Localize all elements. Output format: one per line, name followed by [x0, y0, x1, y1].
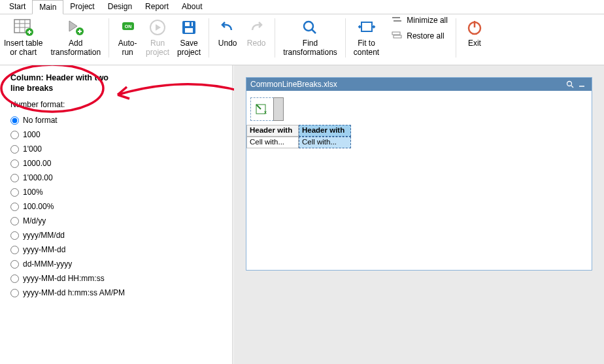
number-format-option[interactable]: 1'000.00 — [10, 171, 222, 185]
svg-line-25 — [571, 86, 573, 88]
number-format-option[interactable]: 1'000 — [10, 142, 222, 156]
save-project-button[interactable]: Save project — [173, 14, 205, 65]
number-format-option[interactable]: 1000.00 — [10, 156, 222, 171]
grid-cell[interactable]: Cell with... — [246, 137, 299, 148]
ribbon-separator — [345, 18, 346, 58]
fit-to-content-button[interactable]: Fit to content — [350, 14, 383, 65]
insert-table-label: Insert table or chart — [4, 39, 42, 58]
restore-icon — [391, 31, 403, 41]
menu-start[interactable]: Start — [3, 0, 32, 14]
auto-run-label: Auto- run — [118, 39, 137, 58]
insert-table-button[interactable]: Insert table or chart — [0, 14, 46, 65]
ribbon-separator — [109, 18, 109, 58]
grid-header-cell[interactable]: Header with — [299, 125, 351, 137]
data-grid: Header with Header with Cell with... Cel… — [246, 125, 592, 148]
number-format-option[interactable]: yyyy-MM-dd HH:mm:ss — [10, 271, 222, 286]
document-search-icon[interactable] — [564, 78, 576, 90]
run-project-label: Run project — [146, 39, 169, 58]
radio-input[interactable] — [10, 246, 19, 254]
grid-cell[interactable]: Cell with... — [299, 137, 351, 148]
radio-label: 100% — [23, 188, 43, 197]
radio-label: yyyy-MM-dd h:mm:ss AM/PM — [23, 288, 125, 297]
exit-button[interactable]: Exit — [460, 14, 489, 65]
radio-input[interactable] — [10, 116, 19, 125]
radio-input[interactable] — [10, 159, 19, 168]
workspace: CommonLineBreaks.xlsx x — [234, 65, 604, 364]
radio-input[interactable] — [10, 289, 19, 297]
find-transformations-button[interactable]: Find transformations — [279, 14, 341, 65]
redo-icon — [246, 17, 267, 38]
undo-button[interactable]: Undo — [213, 14, 242, 65]
restore-all-label: Restore all — [407, 31, 444, 41]
number-format-option[interactable]: 1000 — [10, 127, 222, 142]
redo-button[interactable]: Redo — [242, 14, 271, 65]
radio-input[interactable] — [10, 145, 19, 154]
document-minimize-icon[interactable] — [576, 78, 588, 90]
add-transformation-button[interactable]: Add transformation — [46, 14, 105, 65]
menu-project[interactable]: Project — [63, 0, 101, 14]
ribbon-separator — [209, 18, 209, 58]
number-format-option[interactable]: yyyy/MM/dd — [10, 228, 222, 242]
save-icon — [178, 17, 199, 38]
number-format-option[interactable]: M/d/yy — [10, 214, 222, 228]
svg-rect-16 — [361, 22, 372, 31]
radio-label: dd-MMM-yyyy — [23, 259, 72, 269]
sheet-thumb[interactable]: x — [250, 97, 274, 121]
number-format-option[interactable]: dd-MMM-yyyy — [10, 257, 222, 271]
menu-design[interactable]: Design — [101, 0, 139, 14]
radio-input[interactable] — [10, 203, 19, 211]
svg-rect-11 — [185, 22, 193, 26]
ribbon-separator — [275, 18, 275, 58]
number-format-options: No format10001'0001000.001'000.00100%100… — [10, 113, 222, 300]
menu-main[interactable]: Main — [32, 0, 63, 14]
radio-input[interactable] — [10, 274, 19, 283]
sheet-thumb-selected[interactable] — [273, 97, 284, 121]
radio-label: yyyy-MM-dd HH:mm:ss — [23, 274, 105, 283]
radio-label: 1'000 — [23, 144, 42, 154]
menu-report[interactable]: Report — [139, 0, 175, 14]
radio-input[interactable] — [10, 131, 19, 139]
radio-input[interactable] — [10, 260, 19, 269]
number-format-option[interactable]: 100.00% — [10, 199, 222, 214]
column-title: Column: Header with two line breaks — [10, 73, 109, 93]
radio-label: 1'000.00 — [23, 173, 53, 182]
number-format-option[interactable]: 100% — [10, 185, 222, 199]
play-icon — [147, 17, 168, 38]
number-format-option[interactable]: No format — [10, 113, 222, 127]
minimize-all-button[interactable]: Minimize all — [387, 14, 452, 26]
minimize-all-label: Minimize all — [407, 16, 448, 25]
document-title: CommonLineBreaks.xlsx — [250, 80, 337, 89]
power-icon — [464, 17, 485, 38]
run-project-button[interactable]: Run project — [142, 14, 173, 65]
ribbon: Insert table or chart Add transformation… — [0, 14, 604, 65]
auto-run-button[interactable]: ON Auto- run — [113, 14, 142, 65]
svg-rect-20 — [394, 35, 401, 38]
radio-label: yyyy/MM/dd — [23, 231, 65, 240]
auto-run-icon: ON — [117, 17, 138, 38]
fit-to-content-label: Fit to content — [354, 39, 379, 58]
radio-input[interactable] — [10, 217, 19, 225]
ribbon-separator — [456, 18, 456, 58]
number-format-option[interactable]: yyyy-MM-dd — [10, 242, 222, 257]
restore-all-button[interactable]: Restore all — [387, 30, 452, 42]
svg-text:x: x — [264, 110, 267, 114]
radio-input[interactable] — [10, 188, 19, 197]
save-project-label: Save project — [177, 39, 201, 58]
menu-bar: Start Main Project Design Report About — [0, 0, 604, 14]
svg-point-24 — [567, 82, 572, 86]
grid-header-cell[interactable]: Header with — [246, 125, 299, 137]
menu-about[interactable]: About — [175, 0, 209, 14]
table-icon — [13, 17, 34, 38]
undo-icon — [217, 17, 238, 38]
minimize-icon — [391, 16, 403, 25]
search-icon — [299, 17, 320, 38]
document-titlebar[interactable]: CommonLineBreaks.xlsx — [246, 78, 592, 91]
number-format-option[interactable]: yyyy-MM-dd h:mm:ss AM/PM — [10, 286, 222, 300]
fit-icon — [356, 17, 377, 38]
undo-label: Undo — [218, 39, 237, 48]
radio-input[interactable] — [10, 231, 19, 240]
radio-input[interactable] — [10, 174, 19, 182]
radio-label: 1000 — [23, 130, 41, 139]
radio-label: 100.00% — [23, 202, 54, 211]
transformation-icon — [65, 17, 86, 38]
